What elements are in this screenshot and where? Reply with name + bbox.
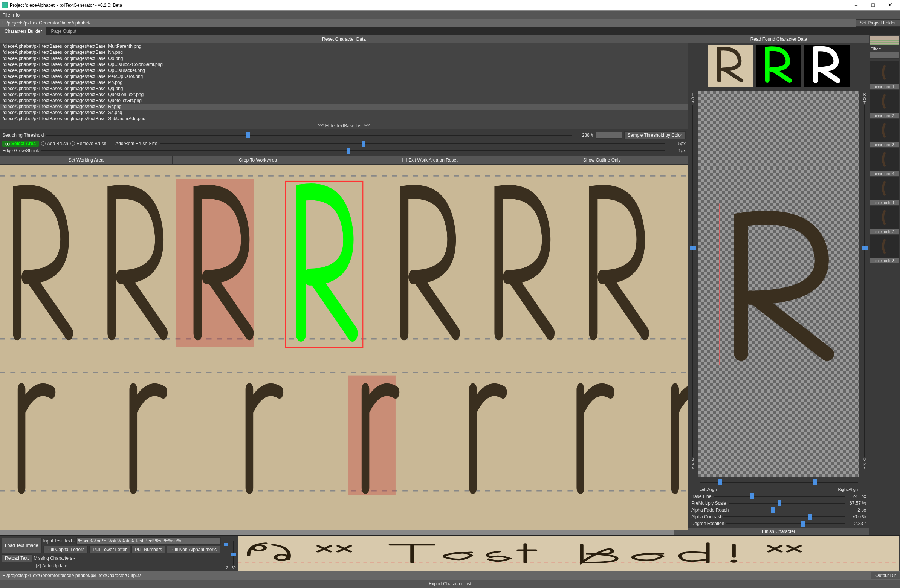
alpha-contrast-label: Alpha Contrast — [691, 514, 721, 520]
baseline-label: Base Line — [691, 494, 711, 499]
window-title: Project 'dieceAlphabet' - pxlTextGenerat… — [10, 3, 848, 8]
char-tile[interactable] — [870, 61, 899, 84]
char-tile-label: char_odb_3 — [870, 258, 899, 263]
reset-character-data-button[interactable]: Reset Character Data — [0, 36, 688, 43]
sidebar-swatch — [870, 36, 899, 45]
char-tile-label: char_exc_2 — [870, 113, 899, 118]
reload-text-button[interactable]: Reload Text — [2, 554, 32, 562]
maximize-button[interactable]: □ — [864, 0, 881, 11]
char-tile[interactable] — [870, 148, 899, 171]
degree-rotation-value: 2.23 ° — [847, 521, 866, 526]
file-item[interactable]: /dieceAlphabet/pxl_textBases_origImages/… — [0, 104, 687, 110]
remove-brush-radio[interactable] — [70, 141, 75, 146]
file-item[interactable]: /dieceAlphabet/pxl_textBases_origImages/… — [0, 116, 687, 122]
auto-update-checkbox[interactable] — [36, 563, 41, 568]
crop-to-work-area-button[interactable]: Crop To Work Area — [172, 155, 344, 164]
menu-bar: File Info — [0, 11, 900, 19]
file-item[interactable]: /dieceAlphabet/pxl_textBases_origImages/… — [0, 85, 687, 92]
searching-threshold-label: Searching Threshold — [2, 133, 44, 138]
svg-point-15 — [732, 560, 736, 562]
char-tile[interactable] — [870, 90, 899, 113]
brush-size-value: 5px — [667, 141, 686, 146]
file-item[interactable]: /dieceAlphabet/pxl_textBases_origImages/… — [0, 92, 687, 98]
minimize-button[interactable]: – — [848, 0, 864, 11]
window-titlebar: Project 'dieceAlphabet' - pxlTextGenerat… — [0, 0, 900, 11]
close-button[interactable]: ✕ — [881, 0, 898, 11]
searching-threshold-slider[interactable] — [47, 133, 572, 138]
input-test-text-field[interactable] — [76, 537, 221, 545]
hide-textbase-list-button[interactable]: ^^^ Hide TextBase List ^^^ — [0, 122, 688, 129]
testbed-slider-1[interactable]: 12 — [223, 541, 229, 570]
tab-page-output[interactable]: Page Output — [47, 28, 81, 35]
char-tile[interactable] — [870, 206, 899, 229]
file-item[interactable]: /dieceAlphabet/pxl_textBases_origImages/… — [0, 73, 687, 79]
project-path: E:/projects/pxlTextGenerator/dieceAlphab… — [0, 20, 855, 26]
read-found-character-data-button[interactable]: Read Found Character Data — [688, 36, 869, 43]
file-item[interactable]: /dieceAlphabet/pxl_textBases_origImages/… — [0, 98, 687, 104]
filter-label: Filter: — [869, 46, 900, 52]
input-test-text-label: Input Test Text - — [43, 538, 75, 543]
edge-grow-shrink-value: -1px — [667, 148, 686, 153]
textbase-file-list[interactable]: /dieceAlphabet/pxl_textBases_origImages/… — [0, 43, 688, 122]
baseline-slider[interactable] — [714, 494, 845, 499]
searching-threshold-value: 288 # — [574, 133, 593, 138]
alpha-fade-reach-slider[interactable] — [731, 507, 845, 513]
char-tile-label: char_odb_2 — [870, 230, 899, 234]
sample-threshold-button[interactable]: Sample Threshold by Color — [624, 132, 686, 139]
char-tile-label: char_exc_3 — [870, 143, 899, 147]
premultiply-scale-slider[interactable] — [729, 501, 845, 506]
char-tile[interactable] — [870, 177, 899, 200]
exit-work-area-checkbox[interactable]: Exit Work Area on Reset — [344, 155, 516, 164]
alpha-fade-reach-label: Alpha Fade Reach — [691, 507, 729, 513]
bottom-bound-slider[interactable]: B O T 0 p x — [861, 93, 867, 470]
char-tile-label: char_exc_1 — [870, 84, 899, 89]
set-working-area-button[interactable]: Set Working Area — [0, 155, 172, 164]
svg-rect-10 — [238, 537, 899, 571]
brush-size-slider[interactable] — [160, 141, 664, 146]
testbed-slider-2[interactable]: 60 — [231, 541, 236, 570]
degree-rotation-slider[interactable] — [726, 521, 845, 526]
preview-fill — [756, 45, 801, 87]
char-tile-label: char_exc_4 — [870, 171, 899, 176]
alpha-contrast-slider[interactable] — [723, 514, 845, 520]
edge-grow-shrink-label: Edge Grow/Shrink — [2, 148, 39, 153]
filter-input[interactable] — [870, 52, 899, 59]
work-image-hscroll[interactable] — [0, 530, 688, 535]
character-crop-editor[interactable]: T O P 0 p x B O T 0 p x — [688, 89, 869, 479]
show-outline-only-button[interactable]: Show Outline Only — [516, 155, 688, 164]
pull-non-alphanumeric-button[interactable]: Pull Non-Alphanumeric — [167, 546, 220, 553]
file-item[interactable]: /dieceAlphabet/pxl_textBases_origImages/… — [0, 55, 687, 61]
pull-lower-letter-button[interactable]: Pull Lower Letter — [89, 546, 130, 553]
set-project-folder-button[interactable]: Set Project Folder — [855, 19, 900, 27]
output-dir-button[interactable]: Output Dir — [871, 572, 900, 579]
file-item[interactable]: /dieceAlphabet/pxl_textBases_origImages/… — [0, 110, 687, 116]
test-bed-panel: Load Text Image Input Test Text - Pull C… — [0, 535, 900, 571]
brush-size-label: Add/Rem Brush Size — [115, 141, 157, 146]
edge-grow-shrink-slider[interactable] — [41, 148, 664, 153]
file-item[interactable]: /dieceAlphabet/pxl_textBases_origImages/… — [0, 79, 687, 85]
working-image-canvas[interactable] — [0, 164, 688, 530]
select-area-mode-button: Select Area — [2, 141, 39, 147]
export-character-list-button[interactable]: Export Character List — [0, 580, 900, 588]
file-item[interactable]: /dieceAlphabet/pxl_textBases_origImages/… — [0, 49, 687, 55]
align-slider[interactable] — [700, 479, 858, 485]
remove-brush-label: Remove Brush — [76, 141, 106, 146]
right-align-label: Right Align — [838, 487, 858, 492]
load-text-image-button[interactable]: Load Text Image — [2, 538, 42, 553]
character-list-sidebar: Filter: char_exc_1char_exc_2char_exc_3ch… — [869, 36, 900, 535]
top-bound-slider[interactable]: T O P 0 p x — [690, 93, 696, 470]
tab-characters-builder[interactable]: Characters Builder — [0, 28, 47, 35]
file-item[interactable]: /dieceAlphabet/pxl_textBases_origImages/… — [0, 43, 687, 49]
menu-file-info[interactable]: File Info — [2, 12, 20, 18]
char-tile[interactable] — [870, 235, 899, 258]
finish-character-button[interactable]: Finish Character — [688, 528, 869, 535]
degree-rotation-label: Degree Rotation — [691, 521, 724, 526]
output-path-row: E:/projects/pxlTextGenerator/dieceAlphab… — [0, 571, 900, 580]
char-tile[interactable] — [870, 119, 899, 142]
pull-capital-letters-button[interactable]: Pull Capital Letters — [43, 546, 88, 553]
threshold-color-swatch[interactable] — [596, 132, 622, 139]
file-item[interactable]: /dieceAlphabet/pxl_textBases_origImages/… — [0, 61, 687, 67]
pull-numbers-button[interactable]: Pull Numbers — [132, 546, 165, 553]
add-brush-radio[interactable] — [41, 141, 46, 146]
file-item[interactable]: /dieceAlphabet/pxl_textBases_origImages/… — [0, 67, 687, 73]
